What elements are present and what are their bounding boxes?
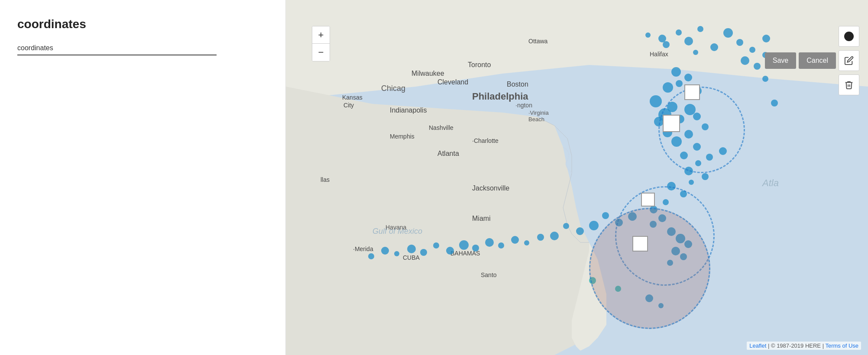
data-dot xyxy=(702,173,709,180)
save-cancel-row: Save Cancel xyxy=(765,50,859,71)
map-container[interactable]: Gulf of Mexico Atla Ottawa Halifax Toron… xyxy=(286,0,868,355)
data-dot xyxy=(368,253,374,259)
data-dot xyxy=(615,286,621,292)
data-dot xyxy=(667,182,676,190)
data-dot xyxy=(676,80,683,87)
data-dot xyxy=(671,67,681,77)
svg-text:Santo: Santo xyxy=(481,271,497,278)
record-dot-icon xyxy=(844,32,854,41)
data-dot xyxy=(749,47,755,53)
map-marker-4[interactable] xyxy=(632,236,648,252)
svg-text:·Virginia: ·Virginia xyxy=(528,110,549,116)
svg-text:Halifax: Halifax xyxy=(650,51,668,58)
svg-text:Jacksonville: Jacksonville xyxy=(472,184,509,192)
data-dot xyxy=(589,277,596,284)
data-dot xyxy=(680,253,687,260)
svg-text:Nashville: Nashville xyxy=(429,124,453,131)
map-marker-3[interactable] xyxy=(641,193,655,207)
data-dot xyxy=(693,113,701,120)
coordinates-field-label: coordinates xyxy=(17,44,268,52)
zoom-in-button[interactable]: + xyxy=(312,26,330,44)
data-dot xyxy=(671,247,680,255)
data-dot xyxy=(680,190,687,197)
data-dot xyxy=(446,247,454,255)
delete-row xyxy=(839,74,859,95)
data-dot xyxy=(702,123,709,130)
data-dot xyxy=(693,143,701,151)
data-dot xyxy=(771,100,778,106)
data-dot xyxy=(667,260,673,266)
edit-button[interactable] xyxy=(839,50,859,71)
svg-text:Chicag: Chicag xyxy=(381,84,405,93)
svg-text:Havana: Havana xyxy=(385,224,406,231)
data-dot xyxy=(663,199,669,205)
data-dot xyxy=(741,56,749,65)
data-dot xyxy=(680,152,688,159)
page-title: coordinates xyxy=(17,17,268,31)
data-dot xyxy=(754,63,761,70)
terms-of-use-link[interactable]: Terms of Use xyxy=(825,342,858,349)
data-dot xyxy=(710,43,718,51)
data-dot xyxy=(381,247,389,255)
data-dot xyxy=(420,249,427,256)
svg-text:Kansas: Kansas xyxy=(342,94,363,101)
data-dot xyxy=(663,82,673,93)
record-button[interactable] xyxy=(839,26,859,47)
data-dot xyxy=(407,245,416,253)
record-row xyxy=(839,26,859,47)
svg-text:Boston: Boston xyxy=(507,81,528,88)
data-dot xyxy=(645,294,653,302)
delete-button[interactable] xyxy=(839,74,859,95)
svg-text:Milwaukee: Milwaukee xyxy=(411,70,444,77)
data-dot xyxy=(628,212,637,221)
svg-text:Memphis: Memphis xyxy=(390,133,415,140)
data-dot xyxy=(684,74,692,81)
data-dot xyxy=(550,232,559,240)
data-dot xyxy=(689,180,694,185)
data-dot xyxy=(650,95,662,107)
data-dot xyxy=(723,28,733,38)
svg-text:Miami: Miami xyxy=(472,215,491,222)
data-dot xyxy=(589,221,599,230)
data-dot xyxy=(511,236,519,244)
coordinates-field-underline xyxy=(17,55,217,55)
svg-text:Atla: Atla xyxy=(761,178,779,188)
svg-text:·Merida: ·Merida xyxy=(353,245,373,252)
data-dot xyxy=(697,26,703,32)
top-right-controls: Save Cancel xyxy=(765,26,859,95)
data-dot xyxy=(658,303,664,308)
svg-text:·ngton: ·ngton xyxy=(515,102,532,109)
data-dot xyxy=(433,242,439,248)
data-dot xyxy=(576,227,584,235)
map-marker-1[interactable] xyxy=(684,84,700,100)
cancel-button[interactable]: Cancel xyxy=(799,52,836,69)
data-dot xyxy=(684,37,693,45)
data-dot xyxy=(695,160,701,166)
zoom-out-button[interactable]: − xyxy=(312,44,330,61)
data-dot xyxy=(472,245,479,252)
map-attribution: Leaflet | © 1987-2019 HERE | Terms of Us… xyxy=(747,342,861,350)
data-dot xyxy=(650,221,657,228)
data-dot xyxy=(602,212,609,219)
svg-text:Ottawa: Ottawa xyxy=(528,38,548,45)
save-button[interactable]: Save xyxy=(765,52,796,69)
data-dot xyxy=(676,234,685,243)
data-dot xyxy=(706,154,713,161)
here-attribution: | © 1987-2019 HERE | xyxy=(768,342,824,349)
map-marker-2[interactable] xyxy=(663,115,680,132)
data-dot xyxy=(684,167,693,175)
data-dot xyxy=(524,240,529,245)
data-dot xyxy=(394,251,399,256)
data-dot xyxy=(498,242,504,248)
data-dot xyxy=(563,223,569,229)
data-dot xyxy=(654,117,664,126)
data-dot xyxy=(645,32,651,38)
svg-text:Cleveland: Cleveland xyxy=(437,78,468,86)
data-dot xyxy=(719,147,727,155)
data-dot xyxy=(663,41,670,48)
svg-text:·Charlotte: ·Charlotte xyxy=(472,137,499,144)
zoom-controls: + − xyxy=(312,26,330,61)
leaflet-link[interactable]: Leaflet xyxy=(749,342,766,349)
svg-text:Beach: Beach xyxy=(528,116,544,123)
left-panel: coordinates coordinates xyxy=(0,0,286,355)
